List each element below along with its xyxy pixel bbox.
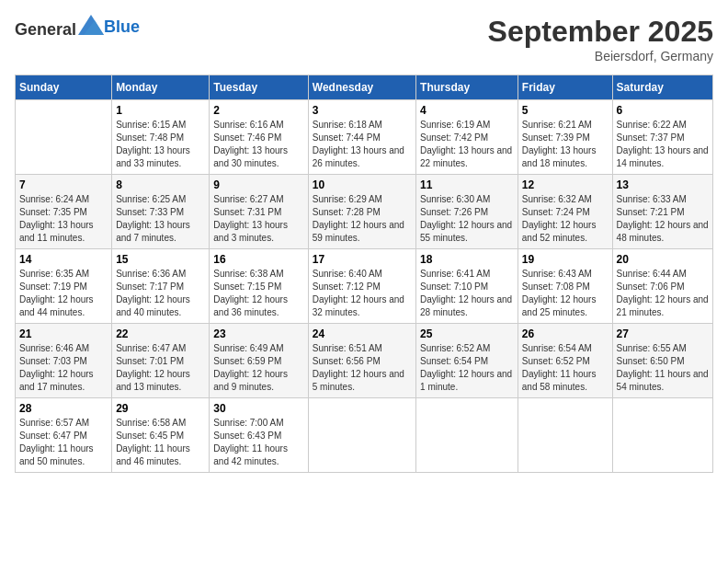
day-info: Sunrise: 6:47 AMSunset: 7:01 PMDaylight:… xyxy=(116,342,205,394)
calendar-cell: 28Sunrise: 6:57 AMSunset: 6:47 PMDayligh… xyxy=(16,398,112,473)
day-info: Sunrise: 6:57 AMSunset: 6:47 PMDaylight:… xyxy=(19,417,108,468)
day-number: 18 xyxy=(420,253,514,266)
calendar-week-1: 1Sunrise: 6:15 AMSunset: 7:48 PMDaylight… xyxy=(16,100,713,175)
calendar-cell: 12Sunrise: 6:32 AMSunset: 7:24 PMDayligh… xyxy=(518,175,612,249)
day-info: Sunrise: 6:54 AMSunset: 6:52 PMDaylight:… xyxy=(522,342,609,394)
logo-general-text: General xyxy=(15,15,104,40)
day-number: 9 xyxy=(213,178,303,191)
day-info: Sunrise: 6:24 AMSunset: 7:35 PMDaylight:… xyxy=(19,193,108,245)
calendar-cell: 20Sunrise: 6:44 AMSunset: 7:06 PMDayligh… xyxy=(612,249,712,324)
calendar-cell xyxy=(518,398,612,473)
calendar-week-4: 21Sunrise: 6:46 AMSunset: 7:03 PMDayligh… xyxy=(16,324,713,398)
calendar-week-5: 28Sunrise: 6:57 AMSunset: 6:47 PMDayligh… xyxy=(16,398,713,473)
day-info: Sunrise: 6:35 AMSunset: 7:19 PMDaylight:… xyxy=(19,268,108,319)
calendar-cell: 4Sunrise: 6:19 AMSunset: 7:42 PMDaylight… xyxy=(416,100,518,175)
calendar-cell: 15Sunrise: 6:36 AMSunset: 7:17 PMDayligh… xyxy=(112,249,210,324)
calendar-title: September 2025 xyxy=(488,15,713,49)
day-number: 29 xyxy=(116,402,205,415)
calendar-cell: 25Sunrise: 6:52 AMSunset: 6:54 PMDayligh… xyxy=(416,324,518,398)
calendar-cell: 8Sunrise: 6:25 AMSunset: 7:33 PMDaylight… xyxy=(112,175,210,249)
day-number: 4 xyxy=(420,104,514,117)
calendar-cell: 21Sunrise: 6:46 AMSunset: 7:03 PMDayligh… xyxy=(16,324,112,398)
day-info: Sunrise: 6:46 AMSunset: 7:03 PMDaylight:… xyxy=(19,342,108,394)
day-info: Sunrise: 6:32 AMSunset: 7:24 PMDaylight:… xyxy=(522,193,609,245)
day-number: 21 xyxy=(19,327,108,340)
day-info: Sunrise: 6:36 AMSunset: 7:17 PMDaylight:… xyxy=(116,268,205,319)
day-number: 22 xyxy=(116,327,205,340)
header-saturday: Saturday xyxy=(612,75,712,100)
calendar-cell: 7Sunrise: 6:24 AMSunset: 7:35 PMDaylight… xyxy=(16,175,112,249)
day-info: Sunrise: 6:33 AMSunset: 7:21 PMDaylight:… xyxy=(617,193,709,245)
day-info: Sunrise: 6:30 AMSunset: 7:26 PMDaylight:… xyxy=(420,193,514,245)
day-number: 14 xyxy=(19,253,108,266)
day-info: Sunrise: 6:27 AMSunset: 7:31 PMDaylight:… xyxy=(213,193,303,245)
header-tuesday: Tuesday xyxy=(210,75,308,100)
header-wednesday: Wednesday xyxy=(308,75,415,100)
day-info: Sunrise: 6:19 AMSunset: 7:42 PMDaylight:… xyxy=(420,119,514,170)
day-number: 30 xyxy=(213,402,303,415)
day-number: 25 xyxy=(420,327,514,340)
calendar-cell: 5Sunrise: 6:21 AMSunset: 7:39 PMDaylight… xyxy=(518,100,612,175)
day-number: 6 xyxy=(617,104,709,117)
day-number: 13 xyxy=(617,178,709,191)
day-info: Sunrise: 6:18 AMSunset: 7:44 PMDaylight:… xyxy=(313,119,412,170)
header-row: Sunday Monday Tuesday Wednesday Thursday… xyxy=(16,75,713,100)
page-header: General Blue September 2025 Beiersdorf, … xyxy=(15,15,713,63)
day-info: Sunrise: 6:44 AMSunset: 7:06 PMDaylight:… xyxy=(617,268,709,319)
calendar-cell xyxy=(308,398,415,473)
day-info: Sunrise: 6:49 AMSunset: 6:59 PMDaylight:… xyxy=(213,342,303,394)
day-info: Sunrise: 6:29 AMSunset: 7:28 PMDaylight:… xyxy=(313,193,412,245)
day-number: 3 xyxy=(313,104,412,117)
day-info: Sunrise: 6:22 AMSunset: 7:37 PMDaylight:… xyxy=(617,119,709,170)
day-number: 5 xyxy=(522,104,609,117)
calendar-cell: 14Sunrise: 6:35 AMSunset: 7:19 PMDayligh… xyxy=(16,249,112,324)
calendar-cell: 17Sunrise: 6:40 AMSunset: 7:12 PMDayligh… xyxy=(308,249,415,324)
day-number: 16 xyxy=(213,253,303,266)
calendar-header: Sunday Monday Tuesday Wednesday Thursday… xyxy=(16,75,713,100)
day-number: 15 xyxy=(116,253,205,266)
calendar-cell: 29Sunrise: 6:58 AMSunset: 6:45 PMDayligh… xyxy=(112,398,210,473)
day-number: 24 xyxy=(313,327,412,340)
calendar-cell: 11Sunrise: 6:30 AMSunset: 7:26 PMDayligh… xyxy=(416,175,518,249)
calendar-cell: 10Sunrise: 6:29 AMSunset: 7:28 PMDayligh… xyxy=(308,175,415,249)
calendar-cell: 6Sunrise: 6:22 AMSunset: 7:37 PMDaylight… xyxy=(612,100,712,175)
calendar-cell: 27Sunrise: 6:55 AMSunset: 6:50 PMDayligh… xyxy=(612,324,712,398)
header-monday: Monday xyxy=(112,75,210,100)
calendar-table: Sunday Monday Tuesday Wednesday Thursday… xyxy=(15,75,713,473)
day-number: 1 xyxy=(116,104,205,117)
day-info: Sunrise: 6:25 AMSunset: 7:33 PMDaylight:… xyxy=(116,193,205,245)
day-info: Sunrise: 6:38 AMSunset: 7:15 PMDaylight:… xyxy=(213,268,303,319)
day-info: Sunrise: 6:51 AMSunset: 6:56 PMDaylight:… xyxy=(313,342,412,394)
day-number: 7 xyxy=(19,178,108,191)
day-number: 11 xyxy=(420,178,514,191)
day-info: Sunrise: 6:40 AMSunset: 7:12 PMDaylight:… xyxy=(313,268,412,319)
day-info: Sunrise: 7:00 AMSunset: 6:43 PMDaylight:… xyxy=(213,417,303,468)
logo-icon xyxy=(78,15,104,35)
calendar-cell: 30Sunrise: 7:00 AMSunset: 6:43 PMDayligh… xyxy=(210,398,308,473)
day-number: 10 xyxy=(313,178,412,191)
calendar-cell: 18Sunrise: 6:41 AMSunset: 7:10 PMDayligh… xyxy=(416,249,518,324)
calendar-cell xyxy=(416,398,518,473)
day-number: 19 xyxy=(522,253,609,266)
logo: General Blue xyxy=(15,15,140,40)
day-number: 2 xyxy=(213,104,303,117)
calendar-cell: 22Sunrise: 6:47 AMSunset: 7:01 PMDayligh… xyxy=(112,324,210,398)
calendar-body: 1Sunrise: 6:15 AMSunset: 7:48 PMDaylight… xyxy=(16,100,713,473)
day-info: Sunrise: 6:15 AMSunset: 7:48 PMDaylight:… xyxy=(116,119,205,170)
day-number: 26 xyxy=(522,327,609,340)
day-info: Sunrise: 6:21 AMSunset: 7:39 PMDaylight:… xyxy=(522,119,609,170)
title-block: September 2025 Beiersdorf, Germany xyxy=(488,15,713,63)
calendar-cell: 19Sunrise: 6:43 AMSunset: 7:08 PMDayligh… xyxy=(518,249,612,324)
header-thursday: Thursday xyxy=(416,75,518,100)
calendar-cell: 2Sunrise: 6:16 AMSunset: 7:46 PMDaylight… xyxy=(210,100,308,175)
calendar-week-2: 7Sunrise: 6:24 AMSunset: 7:35 PMDaylight… xyxy=(16,175,713,249)
header-sunday: Sunday xyxy=(16,75,112,100)
day-info: Sunrise: 6:52 AMSunset: 6:54 PMDaylight:… xyxy=(420,342,514,394)
day-info: Sunrise: 6:41 AMSunset: 7:10 PMDaylight:… xyxy=(420,268,514,319)
calendar-week-3: 14Sunrise: 6:35 AMSunset: 7:19 PMDayligh… xyxy=(16,249,713,324)
calendar-cell: 9Sunrise: 6:27 AMSunset: 7:31 PMDaylight… xyxy=(210,175,308,249)
calendar-cell: 1Sunrise: 6:15 AMSunset: 7:48 PMDaylight… xyxy=(112,100,210,175)
day-number: 12 xyxy=(522,178,609,191)
day-number: 28 xyxy=(19,402,108,415)
calendar-cell: 26Sunrise: 6:54 AMSunset: 6:52 PMDayligh… xyxy=(518,324,612,398)
